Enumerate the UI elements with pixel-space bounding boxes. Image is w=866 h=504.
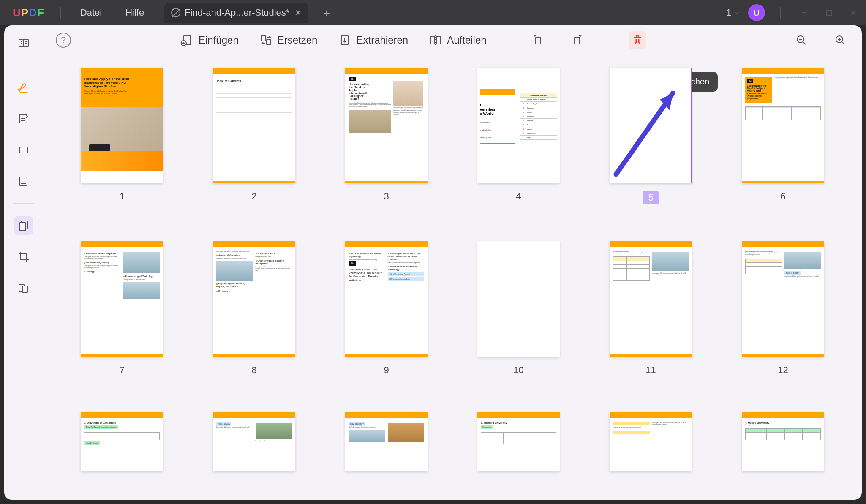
chevron-down-icon [734, 9, 741, 16]
page-number: 3 [384, 191, 389, 202]
menu-file[interactable]: Datei [68, 7, 114, 18]
sidebar-compare-icon[interactable] [14, 279, 33, 297]
divider [60, 7, 61, 19]
svg-rect-15 [430, 36, 435, 44]
rotate-right-button[interactable] [568, 31, 586, 49]
page-number: 5 [643, 191, 658, 204]
page-thumbnail[interactable]: 4. Oxford University Lorem ipsum dolor s… [738, 412, 828, 487]
svg-rect-13 [267, 39, 271, 45]
user-avatar[interactable]: U [748, 4, 765, 21]
close-tab-icon[interactable]: ✕ [294, 8, 302, 18]
sidebar [4, 25, 43, 500]
window-close-button[interactable] [845, 4, 862, 21]
svg-rect-7 [19, 223, 26, 231]
page-number: 10 [513, 365, 523, 376]
zoom-out-button[interactable] [792, 31, 810, 49]
rotate-left-button[interactable] [529, 31, 547, 49]
sidebar-edit-icon[interactable] [14, 109, 33, 128]
app-logo: UPDF [13, 6, 44, 19]
page-thumbnail[interactable]: 10 [474, 241, 564, 391]
page-thumbnail[interactable]: Naval Architecture and Marine Engineerin… [341, 241, 431, 391]
sidebar-redact-icon[interactable] [14, 172, 33, 191]
sidebar-divider [13, 203, 34, 204]
main-panel: ? Einfügen Ersetzen Extrahieren Aufteile… [43, 25, 862, 500]
page-thumbnail[interactable]: Lorem ipsum dolor sit amet consectetur a… [606, 412, 696, 487]
annotation-arrow-icon [610, 77, 691, 183]
page-number: 1 [119, 191, 124, 202]
page-number: 7 [119, 365, 124, 376]
page-thumbnail[interactable]: About UCASLorem ipsum dolor sit amet con… [209, 412, 299, 487]
menu-help[interactable]: Hilfe [114, 7, 156, 18]
page-thumbnail[interactable]: 01 Understanding the Need to Apply Inter… [341, 68, 431, 220]
page-number: 6 [780, 191, 785, 202]
toolbar-divider [508, 33, 508, 47]
page-number: 11 [645, 365, 656, 376]
page-thumbnail[interactable]: Health and Medical Preparator Lorem ipsu… [77, 241, 167, 391]
page-number: 8 [251, 365, 256, 376]
toolbar-divider [607, 33, 607, 47]
page-thumbnail[interactable]: 5 [606, 68, 696, 220]
svg-rect-16 [436, 36, 441, 44]
split-pages-button[interactable]: Aufteilen [429, 34, 486, 46]
insert-pages-button[interactable]: Einfügen [181, 34, 239, 46]
svg-rect-18 [575, 37, 580, 44]
sidebar-reader-icon[interactable] [14, 34, 33, 52]
delete-pages-button[interactable] [629, 31, 646, 49]
page-thumbnail[interactable]: Lorem ipsum dolor sit amet consectetur a… [209, 241, 299, 391]
divider [780, 7, 781, 19]
page-number: 12 [778, 365, 788, 376]
help-button[interactable]: ? [56, 33, 71, 48]
add-tab-button[interactable]: ＋ [321, 5, 332, 20]
replace-pages-button[interactable]: Ersetzen [260, 34, 318, 46]
tab-title: Find-and-Ap...er-Studies* [185, 7, 289, 18]
page-thumbnail[interactable]: Documents Required For Getting The Schol… [738, 241, 828, 391]
sidebar-organize-pages-icon[interactable] [14, 216, 33, 235]
page-thumbnail[interactable]: Find and Apply For the Best Institutes I… [77, 68, 167, 220]
page-thumbnail[interactable]: 03 Looking Into the Top 10 Subject Major… [738, 68, 828, 220]
svg-rect-0 [826, 10, 831, 15]
page-thumbnail[interactable]: 3. Stanford University Information [474, 412, 564, 487]
extract-pages-button[interactable]: Extrahieren [338, 34, 408, 46]
window-minimize-button[interactable] [796, 4, 813, 21]
sidebar-crop-icon[interactable] [14, 248, 33, 266]
page-thumbnail[interactable]: How to Apply?Step 1: Lorem ipsum dolor s… [341, 412, 431, 487]
sidebar-form-icon[interactable] [14, 141, 33, 159]
sidebar-highlight-icon[interactable] [14, 78, 33, 97]
page-number: 2 [251, 191, 256, 202]
zoom-in-button[interactable] [831, 31, 849, 49]
page-thumbnail[interactable]: Table of Contents 2 [209, 68, 299, 220]
page-thumbnail[interactable]: MIT Scholarship Information Lorem ipsum … [606, 241, 696, 391]
window-maximize-button[interactable] [820, 4, 837, 21]
svg-rect-17 [536, 37, 541, 44]
reader-off-icon [171, 8, 180, 17]
page-thumbnail[interactable]: 2. University of Cambridge About the Ori… [77, 412, 167, 487]
page-number: 4 [516, 191, 521, 202]
sidebar-divider [13, 65, 34, 65]
svg-rect-12 [261, 35, 266, 41]
open-files-counter[interactable]: 1 [726, 7, 741, 18]
page-thumbnail[interactable]: t versities e World ked universities for… [474, 68, 564, 220]
titlebar: UPDF Datei Hilfe Find-and-Ap...er-Studie… [0, 0, 866, 25]
document-tab[interactable]: Find-and-Ap...er-Studies* ✕ [164, 3, 308, 23]
pages-grid: Find and Apply For the Best Institutes I… [43, 55, 862, 500]
svg-rect-9 [22, 286, 27, 293]
organize-toolbar: ? Einfügen Ersetzen Extrahieren Aufteile… [43, 25, 862, 55]
svg-rect-5 [21, 183, 26, 184]
page-number: 9 [384, 365, 389, 376]
